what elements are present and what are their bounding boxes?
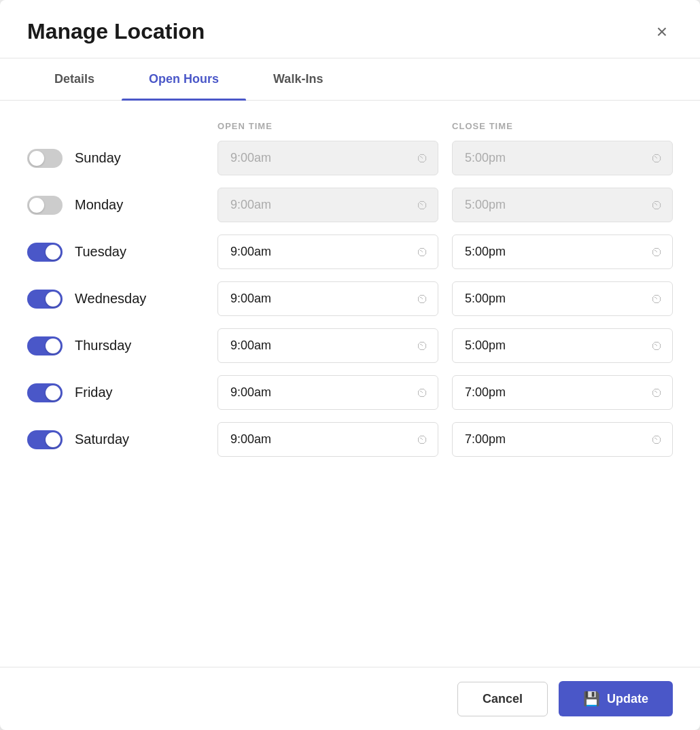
open-time-wrap-saturday: ⏲: [217, 422, 438, 457]
toggle-wednesday[interactable]: [27, 290, 63, 309]
day-name-saturday: Saturday: [75, 432, 129, 447]
close-time-input-tuesday[interactable]: [452, 234, 673, 269]
close-time-wrap-friday: ⏲: [452, 375, 673, 410]
toggle-slider-thursday: [27, 336, 63, 355]
day-left-thursday: Thursday: [27, 336, 204, 355]
day-row: Wednesday ⏲ ⏲: [27, 281, 673, 316]
day-name-sunday: Sunday: [75, 150, 121, 166]
close-button[interactable]: ×: [651, 20, 673, 44]
time-fields-thursday: ⏲ ⏲: [217, 328, 673, 363]
day-name-thursday: Thursday: [75, 338, 131, 353]
modal-header: Manage Location ×: [0, 0, 700, 58]
toggle-slider-monday: [27, 196, 63, 215]
close-time-wrap-sunday: ⏲: [452, 141, 673, 175]
open-time-wrap-monday: ⏲: [217, 188, 438, 222]
open-time-wrap-sunday: ⏲: [217, 141, 438, 175]
day-row: Monday ⏲ ⏲: [27, 188, 673, 222]
day-name-monday: Monday: [75, 197, 123, 213]
modal-body: OPEN TIME CLOSE TIME Sunday ⏲ ⏲: [0, 101, 700, 667]
open-time-wrap-tuesday: ⏲: [217, 234, 438, 269]
toggle-sunday[interactable]: [27, 149, 63, 168]
open-time-wrap-friday: ⏲: [217, 375, 438, 410]
time-fields-wednesday: ⏲ ⏲: [217, 281, 673, 316]
close-time-input-sunday: [452, 141, 673, 175]
day-left-saturday: Saturday: [27, 430, 204, 449]
open-time-input-friday[interactable]: [217, 375, 438, 410]
open-time-wrap-thursday: ⏲: [217, 328, 438, 363]
update-label: Update: [607, 692, 648, 706]
close-time-input-saturday[interactable]: [452, 422, 673, 457]
close-time-wrap-monday: ⏲: [452, 188, 673, 222]
close-time-header: CLOSE TIME: [452, 121, 673, 131]
day-row: Saturday ⏲ ⏲: [27, 422, 673, 457]
open-time-input-saturday[interactable]: [217, 422, 438, 457]
tab-open-hours[interactable]: Open Hours: [122, 58, 246, 100]
modal-title: Manage Location: [27, 19, 205, 44]
close-time-input-monday: [452, 188, 673, 222]
day-name-wednesday: Wednesday: [75, 291, 146, 307]
open-time-input-wednesday[interactable]: [217, 281, 438, 316]
close-time-input-friday[interactable]: [452, 375, 673, 410]
close-time-wrap-wednesday: ⏲: [452, 281, 673, 316]
close-time-wrap-tuesday: ⏲: [452, 234, 673, 269]
close-time-wrap-saturday: ⏲: [452, 422, 673, 457]
time-fields-tuesday: ⏲ ⏲: [217, 234, 673, 269]
toggle-thursday[interactable]: [27, 336, 63, 355]
update-button[interactable]: 💾 Update: [559, 681, 673, 716]
day-row: Friday ⏲ ⏲: [27, 375, 673, 410]
open-time-input-thursday[interactable]: [217, 328, 438, 363]
time-fields-sunday: ⏲ ⏲: [217, 141, 673, 175]
day-name-tuesday: Tuesday: [75, 244, 126, 260]
open-time-header: OPEN TIME: [217, 121, 438, 131]
open-time-input-sunday: [217, 141, 438, 175]
toggle-slider-tuesday: [27, 243, 63, 262]
time-fields-saturday: ⏲ ⏲: [217, 422, 673, 457]
days-container: Sunday ⏲ ⏲ Monday ⏲: [27, 141, 673, 457]
toggle-slider-sunday: [27, 149, 63, 168]
column-headers: OPEN TIME CLOSE TIME: [217, 121, 673, 131]
close-time-input-wednesday[interactable]: [452, 281, 673, 316]
day-name-friday: Friday: [75, 385, 113, 400]
manage-location-modal: Manage Location × Details Open Hours Wal…: [0, 0, 700, 730]
time-fields-monday: ⏲ ⏲: [217, 188, 673, 222]
day-left-sunday: Sunday: [27, 149, 204, 168]
day-row: Tuesday ⏲ ⏲: [27, 234, 673, 269]
toggle-saturday[interactable]: [27, 430, 63, 449]
open-time-input-monday: [217, 188, 438, 222]
day-row: Sunday ⏲ ⏲: [27, 141, 673, 175]
toggle-tuesday[interactable]: [27, 243, 63, 262]
toggle-slider-friday: [27, 383, 63, 402]
close-time-wrap-thursday: ⏲: [452, 328, 673, 363]
day-left-tuesday: Tuesday: [27, 243, 204, 262]
day-left-monday: Monday: [27, 196, 204, 215]
save-icon: 💾: [583, 691, 600, 707]
close-time-input-thursday[interactable]: [452, 328, 673, 363]
toggle-slider-wednesday: [27, 290, 63, 309]
day-row: Thursday ⏲ ⏲: [27, 328, 673, 363]
tab-walk-ins[interactable]: Walk-Ins: [246, 58, 350, 100]
tab-bar: Details Open Hours Walk-Ins: [0, 58, 700, 101]
open-time-wrap-wednesday: ⏲: [217, 281, 438, 316]
time-fields-friday: ⏲ ⏲: [217, 375, 673, 410]
toggle-slider-saturday: [27, 430, 63, 449]
cancel-button[interactable]: Cancel: [457, 682, 548, 716]
open-time-input-tuesday[interactable]: [217, 234, 438, 269]
toggle-friday[interactable]: [27, 383, 63, 402]
day-left-friday: Friday: [27, 383, 204, 402]
toggle-monday[interactable]: [27, 196, 63, 215]
modal-footer: Cancel 💾 Update: [0, 667, 700, 730]
tab-details[interactable]: Details: [27, 58, 122, 100]
day-left-wednesday: Wednesday: [27, 290, 204, 309]
